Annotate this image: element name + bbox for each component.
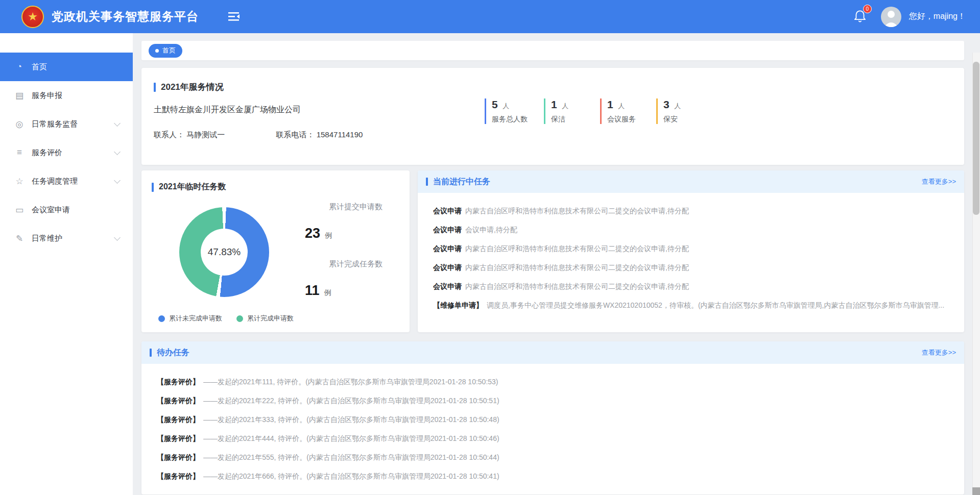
sidebar-item[interactable]: ▭ 会议室申请 [0,195,133,224]
stat-item: 5 人 服务总人数 [485,98,528,124]
vertical-scrollbar-track[interactable] [972,53,980,495]
title-accent-bar [154,83,156,92]
task-text: 内蒙古自治区呼和浩特市利信息技术有限公司二提交的会议申请,待分配 [465,244,689,254]
sidebar-item[interactable]: ▤ 服务申报 [0,81,133,110]
notification-badge: 0 [863,5,872,13]
legend-label: 累计完成申请数 [247,314,294,323]
sidebar-item-label: 任务调度管理 [32,177,78,186]
legend-item: 累计完成申请数 [236,314,294,323]
title-accent-bar [152,183,154,192]
ongoing-task-row[interactable]: 会议申请 内蒙古自治区呼和浩特市利信息技术有限公司二提交的会议申请,待分配 [433,277,955,296]
stat-value: 3 [663,98,670,110]
stat-item: 3 人 保安 [656,98,696,124]
todo-tasks-header: 待办任务 查看更多>> [141,341,964,364]
completed-label: 累计完成任务数 [295,259,383,269]
chart-legend: 累计未完成申请数 累计完成申请数 [158,314,308,323]
sidebar-item-label: 日常服务监督 [32,119,78,129]
todo-task-row[interactable]: 【服务评价】 ——发起的2021年111, 待评价。(内蒙古自治区鄂尔多斯市乌审… [157,373,955,391]
todo-task-row[interactable]: 【服务评价】 ——发起的2021年555, 待评价。(内蒙古自治区鄂尔多斯市乌审… [157,448,955,467]
ongoing-task-row[interactable]: 【维修单申请】 调度员,事务中心管理员提交维修服务WX202102010052，… [433,296,955,315]
stat-label: 会议服务 [607,115,640,124]
ongoing-task-row[interactable]: 会议申请 内蒙古自治区呼和浩特市利信息技术有限公司二提交的会议申请,待分配 [433,202,955,220]
sidebar-item[interactable]: ≡ 服务评价 [0,138,133,167]
form-icon: ▤ [14,90,25,101]
submitted-label: 累计提交申请数 [295,202,383,212]
legend-dot-icon [158,315,165,322]
ongoing-task-row[interactable]: 会议申请 会议申请,待分配 [433,220,955,239]
task-text: 调度员,事务中心管理员提交维修服务WX202102010052，待审核。(内蒙古… [487,301,944,310]
board-icon: ▭ [14,205,25,215]
gauge-icon: ◔ [14,62,25,72]
stat-label: 保洁 [551,115,584,124]
main-content: 首页 2021年服务情况 土默特左旗金川开发区金厦广场物业公司 联系人： 马静测… [133,33,972,495]
task-text: ——发起的2021年555, 待评价。(内蒙古自治区鄂尔多斯市乌审旗管理局202… [203,453,499,462]
task-text: 内蒙古自治区呼和浩特市利信息技术有限公司二提交的会议申请,待分配 [465,207,689,216]
todo-tasks-title: 待办任务 [157,348,189,358]
app-title: 党政机关事务智慧服务平台 [52,9,199,24]
task-tag: 【服务评价】 [157,472,200,481]
chevron-down-icon [114,177,121,184]
stat-value: 5 [492,98,498,110]
sidebar-item[interactable]: ✎ 日常维护 [0,224,133,253]
sidebar-item-label: 服务申报 [32,91,62,101]
maintenance-icon: ✎ [14,233,25,244]
task-tag: 会议申请 [433,244,462,254]
collapse-menu-icon [228,12,240,21]
task-tag: 【维修单申请】 [433,301,483,310]
breadcrumb-home-tab[interactable]: 首页 [149,44,182,58]
stat-unit: 人 [618,102,625,110]
breadcrumb-label: 首页 [162,46,176,55]
todo-task-row[interactable]: 【服务评价】 ——发起的2021年333, 待评价。(内蒙古自治区鄂尔多斯市乌审… [157,410,955,429]
sidebar-item[interactable]: ◎ 日常服务监督 [0,110,133,138]
task-tag: 【服务评价】 [157,378,200,387]
task-text: ——发起的2021年111, 待评价。(内蒙古自治区鄂尔多斯市乌审旗管理局202… [203,378,498,387]
vertical-scrollbar-thumb[interactable] [973,62,979,215]
submitted-value: 23例 [305,226,332,241]
ongoing-tasks-more-link[interactable]: 查看更多>> [922,177,956,186]
sidebar-item[interactable]: ☆ 任务调度管理 [0,167,133,195]
task-tag: 会议申请 [433,263,462,273]
service-overview-title: 2021年服务情况 [161,81,224,93]
chevron-down-icon [114,120,121,127]
completed-unit: 例 [324,288,331,296]
sidebar-item[interactable]: ◔ 首页 [0,53,133,81]
avatar[interactable] [881,7,901,27]
scrollbar-corner [972,487,980,495]
stat-label: 保安 [663,115,696,124]
task-tag: 【服务评价】 [157,415,200,425]
chevron-down-icon [114,234,121,241]
todo-tasks-list: 【服务评价】 ——发起的2021年111, 待评价。(内蒙古自治区鄂尔多斯市乌审… [141,364,964,486]
sliders-icon: ≡ [14,147,25,158]
ongoing-task-row[interactable]: 会议申请 内蒙古自治区呼和浩特市利信息技术有限公司二提交的会议申请,待分配 [433,239,955,258]
emblem-star-icon: ★ [28,11,38,22]
sidebar-collapse-button[interactable] [228,12,240,21]
todo-tasks-more-link[interactable]: 查看更多>> [922,348,956,357]
todo-tasks-card: 待办任务 查看更多>> 【服务评价】 ——发起的2021年111, 待评价。(内… [141,341,964,494]
todo-task-row[interactable]: 【服务评价】 ——发起的2021年666, 待评价。(内蒙古自治区鄂尔多斯市乌审… [157,467,955,486]
ongoing-tasks-title: 当前进行中任务 [433,177,490,187]
task-tag: 会议申请 [433,207,462,216]
sidebar: ◔ 首页 ▤ 服务申报 ◎ 日常服务监督 ≡ 服务评价 ☆ 任务调度管理 ▭ [0,33,133,495]
ongoing-task-row[interactable]: 会议申请 内蒙古自治区呼和浩特市利信息技术有限公司二提交的会议申请,待分配 [433,258,955,277]
national-emblem-logo: ★ [21,6,44,28]
notification-button[interactable]: 0 [853,9,867,25]
breadcrumb: 首页 [141,41,964,60]
app-header: ★ 党政机关事务智慧服务平台 0 您好，majing！ [0,0,980,33]
todo-task-row[interactable]: 【服务评价】 ——发起的2021年222, 待评价。(内蒙古自治区鄂尔多斯市乌审… [157,391,955,410]
dot-icon [155,49,159,53]
contact-name: 马静测试一 [186,130,225,139]
stat-unit: 人 [562,102,568,110]
phone-label: 联系电话： [276,130,315,139]
ongoing-tasks-card: 当前进行中任务 查看更多>> 会议申请 内蒙古自治区呼和浩特市利信息技术有限公司… [418,170,964,332]
service-stats: 5 人 服务总人数 1 人 保洁 1 人 [485,98,712,124]
task-tag: 【服务评价】 [157,453,200,462]
task-text: 内蒙古自治区呼和浩特市利信息技术有限公司二提交的会议申请,待分配 [465,263,689,273]
task-text: 会议申请,待分配 [465,226,517,235]
todo-task-row[interactable]: 【服务评价】 ——发起的2021年444, 待评价。(内蒙古自治区鄂尔多斯市乌审… [157,429,955,448]
stat-item: 1 人 保洁 [544,98,584,124]
temp-task-chart-title: 2021年临时任务数 [159,182,226,192]
donut-center-percent: 47.83% [201,229,248,276]
star-icon: ☆ [14,176,25,187]
stat-unit: 人 [503,102,509,110]
task-tag: 会议申请 [433,226,462,235]
